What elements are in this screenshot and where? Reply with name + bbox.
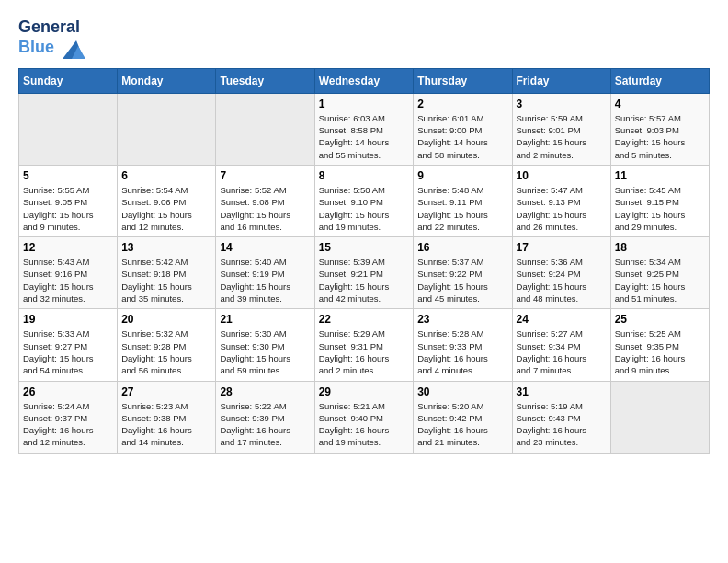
day-info: Sunrise: 6:01 AM Sunset: 9:00 PM Dayligh… [417, 112, 507, 161]
calendar-cell [118, 93, 216, 165]
calendar-cell: 22Sunrise: 5:29 AM Sunset: 9:31 PM Dayli… [314, 309, 414, 381]
day-number: 14 [220, 241, 310, 254]
day-number: 3 [517, 98, 607, 110]
calendar-cell: 20Sunrise: 5:32 AM Sunset: 9:28 PM Dayli… [118, 309, 216, 381]
day-number: 5 [23, 169, 113, 182]
day-info: Sunrise: 5:47 AM Sunset: 9:13 PM Dayligh… [517, 184, 607, 233]
day-info: Sunrise: 5:52 AM Sunset: 9:08 PM Dayligh… [220, 184, 310, 233]
calendar-week-row: 26Sunrise: 5:24 AM Sunset: 9:37 PM Dayli… [19, 381, 710, 453]
day-info: Sunrise: 5:30 AM Sunset: 9:30 PM Dayligh… [220, 327, 310, 376]
calendar-cell: 6Sunrise: 5:54 AM Sunset: 9:06 PM Daylig… [118, 165, 216, 236]
calendar-week-row: 19Sunrise: 5:33 AM Sunset: 9:27 PM Dayli… [19, 309, 710, 381]
day-number: 25 [615, 313, 705, 326]
weekday-header-row: SundayMondayTuesdayWednesdayThursdayFrid… [19, 68, 710, 93]
calendar-cell: 19Sunrise: 5:33 AM Sunset: 9:27 PM Dayli… [19, 309, 118, 381]
day-number: 21 [220, 313, 310, 326]
calendar-cell: 17Sunrise: 5:36 AM Sunset: 9:24 PM Dayli… [512, 237, 610, 309]
calendar-cell: 30Sunrise: 5:20 AM Sunset: 9:42 PM Dayli… [414, 381, 512, 453]
calendar-header: SundayMondayTuesdayWednesdayThursdayFrid… [19, 68, 710, 93]
calendar-cell: 24Sunrise: 5:27 AM Sunset: 9:34 PM Dayli… [512, 309, 610, 381]
day-info: Sunrise: 5:28 AM Sunset: 9:33 PM Dayligh… [417, 327, 507, 376]
weekday-header: Sunday [19, 68, 118, 93]
calendar-week-row: 12Sunrise: 5:43 AM Sunset: 9:16 PM Dayli… [19, 237, 710, 309]
calendar-cell: 31Sunrise: 5:19 AM Sunset: 9:43 PM Dayli… [512, 381, 610, 453]
day-info: Sunrise: 5:42 AM Sunset: 9:18 PM Dayligh… [121, 256, 211, 304]
day-info: Sunrise: 5:34 AM Sunset: 9:25 PM Dayligh… [615, 256, 705, 304]
day-info: Sunrise: 6:03 AM Sunset: 8:58 PM Dayligh… [319, 112, 410, 161]
day-info: Sunrise: 5:48 AM Sunset: 9:11 PM Dayligh… [417, 184, 507, 233]
calendar-cell: 16Sunrise: 5:37 AM Sunset: 9:22 PM Dayli… [414, 237, 512, 309]
logo-text: GeneralBlue [18, 18, 85, 59]
calendar-cell [610, 381, 709, 453]
day-info: Sunrise: 5:54 AM Sunset: 9:06 PM Dayligh… [121, 184, 211, 233]
calendar-cell: 27Sunrise: 5:23 AM Sunset: 9:38 PM Dayli… [118, 381, 216, 453]
calendar-cell: 15Sunrise: 5:39 AM Sunset: 9:21 PM Dayli… [314, 237, 414, 309]
calendar-cell [216, 93, 314, 165]
day-info: Sunrise: 5:59 AM Sunset: 9:01 PM Dayligh… [517, 112, 607, 161]
day-info: Sunrise: 5:45 AM Sunset: 9:15 PM Dayligh… [615, 184, 705, 233]
logo: GeneralBlue [18, 18, 85, 59]
day-info: Sunrise: 5:27 AM Sunset: 9:34 PM Dayligh… [517, 327, 607, 376]
calendar-cell [19, 93, 118, 165]
day-info: Sunrise: 5:55 AM Sunset: 9:05 PM Dayligh… [23, 184, 113, 233]
day-info: Sunrise: 5:23 AM Sunset: 9:38 PM Dayligh… [121, 400, 211, 449]
weekday-header: Wednesday [314, 68, 414, 93]
day-number: 10 [517, 169, 607, 182]
day-info: Sunrise: 5:33 AM Sunset: 9:27 PM Dayligh… [23, 327, 113, 376]
day-info: Sunrise: 5:36 AM Sunset: 9:24 PM Dayligh… [517, 256, 607, 304]
weekday-header: Monday [118, 68, 216, 93]
day-number: 2 [417, 98, 507, 110]
day-number: 27 [121, 385, 211, 398]
weekday-header: Tuesday [216, 68, 314, 93]
day-number: 20 [121, 313, 211, 326]
calendar-cell: 13Sunrise: 5:42 AM Sunset: 9:18 PM Dayli… [118, 237, 216, 309]
calendar-cell: 12Sunrise: 5:43 AM Sunset: 9:16 PM Dayli… [19, 237, 118, 309]
calendar-table: SundayMondayTuesdayWednesdayThursdayFrid… [18, 68, 710, 454]
calendar-cell: 2Sunrise: 6:01 AM Sunset: 9:00 PM Daylig… [414, 93, 512, 165]
calendar-cell: 26Sunrise: 5:24 AM Sunset: 9:37 PM Dayli… [19, 381, 118, 453]
day-number: 13 [121, 241, 211, 254]
day-number: 6 [121, 169, 211, 182]
day-number: 30 [417, 385, 507, 398]
calendar-cell: 28Sunrise: 5:22 AM Sunset: 9:39 PM Dayli… [216, 381, 314, 453]
day-info: Sunrise: 5:43 AM Sunset: 9:16 PM Dayligh… [23, 256, 113, 304]
calendar-cell: 25Sunrise: 5:25 AM Sunset: 9:35 PM Dayli… [610, 309, 709, 381]
day-number: 19 [23, 313, 113, 326]
calendar-cell: 5Sunrise: 5:55 AM Sunset: 9:05 PM Daylig… [19, 165, 118, 236]
calendar-week-row: 1Sunrise: 6:03 AM Sunset: 8:58 PM Daylig… [19, 93, 710, 165]
day-info: Sunrise: 5:29 AM Sunset: 9:31 PM Dayligh… [319, 327, 410, 376]
day-number: 4 [615, 98, 705, 110]
day-info: Sunrise: 5:39 AM Sunset: 9:21 PM Dayligh… [319, 256, 410, 304]
day-number: 8 [319, 169, 410, 182]
day-number: 11 [615, 169, 705, 182]
day-info: Sunrise: 5:25 AM Sunset: 9:35 PM Dayligh… [615, 327, 705, 376]
day-info: Sunrise: 5:21 AM Sunset: 9:40 PM Dayligh… [319, 400, 410, 449]
calendar-cell: 8Sunrise: 5:50 AM Sunset: 9:10 PM Daylig… [314, 165, 414, 236]
day-info: Sunrise: 5:57 AM Sunset: 9:03 PM Dayligh… [615, 112, 705, 161]
day-info: Sunrise: 5:40 AM Sunset: 9:19 PM Dayligh… [220, 256, 310, 304]
day-number: 12 [23, 241, 113, 254]
calendar-cell: 3Sunrise: 5:59 AM Sunset: 9:01 PM Daylig… [512, 93, 610, 165]
day-number: 24 [517, 313, 607, 326]
day-info: Sunrise: 5:20 AM Sunset: 9:42 PM Dayligh… [417, 400, 507, 449]
day-number: 17 [517, 241, 607, 254]
day-number: 28 [220, 385, 310, 398]
day-number: 31 [517, 385, 607, 398]
weekday-header: Saturday [610, 68, 709, 93]
day-number: 26 [23, 385, 113, 398]
calendar-cell: 10Sunrise: 5:47 AM Sunset: 9:13 PM Dayli… [512, 165, 610, 236]
day-number: 29 [319, 385, 410, 398]
day-number: 7 [220, 169, 310, 182]
calendar-cell: 23Sunrise: 5:28 AM Sunset: 9:33 PM Dayli… [414, 309, 512, 381]
calendar-cell: 7Sunrise: 5:52 AM Sunset: 9:08 PM Daylig… [216, 165, 314, 236]
weekday-header: Thursday [414, 68, 512, 93]
calendar-cell: 11Sunrise: 5:45 AM Sunset: 9:15 PM Dayli… [610, 165, 709, 236]
day-number: 1 [319, 98, 410, 110]
page-header: GeneralBlue [18, 18, 710, 59]
day-number: 22 [319, 313, 410, 326]
day-info: Sunrise: 5:50 AM Sunset: 9:10 PM Dayligh… [319, 184, 410, 233]
calendar-cell: 9Sunrise: 5:48 AM Sunset: 9:11 PM Daylig… [414, 165, 512, 236]
day-number: 15 [319, 241, 410, 254]
calendar-body: 1Sunrise: 6:03 AM Sunset: 8:58 PM Daylig… [19, 93, 710, 453]
day-info: Sunrise: 5:37 AM Sunset: 9:22 PM Dayligh… [417, 256, 507, 304]
